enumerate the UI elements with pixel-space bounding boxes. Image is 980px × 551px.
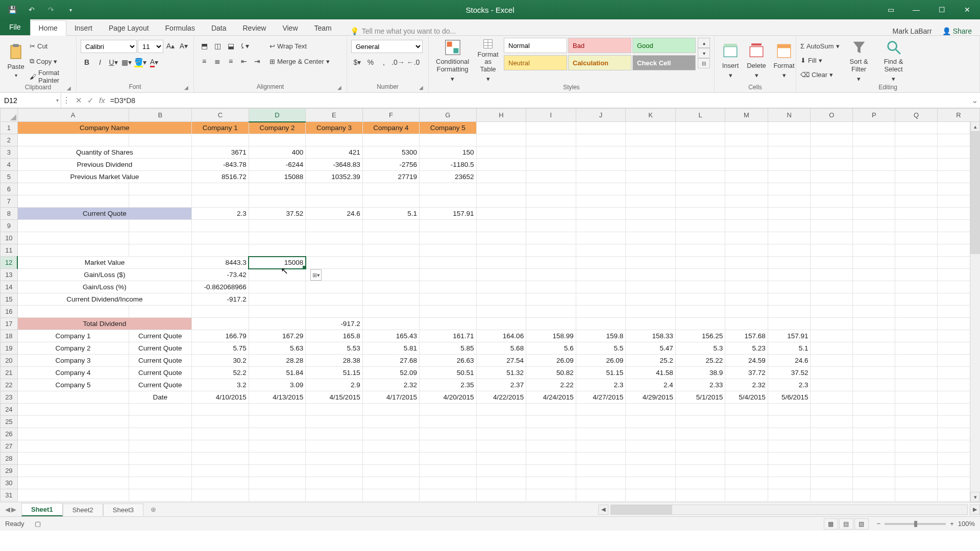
cell[interactable] bbox=[895, 355, 938, 367]
cell[interactable] bbox=[853, 281, 895, 293]
font-launcher-icon[interactable]: ◢ bbox=[184, 85, 188, 90]
cell[interactable] bbox=[576, 428, 626, 440]
grow-font-icon[interactable]: A▴ bbox=[164, 40, 177, 52]
chevron-down-icon[interactable]: ▾ bbox=[56, 97, 59, 103]
comma-format-icon[interactable]: , bbox=[378, 56, 390, 68]
cell[interactable]: -1180.5 bbox=[420, 159, 476, 171]
cell[interactable]: -3648.83 bbox=[306, 159, 362, 171]
cell[interactable]: Current Quote bbox=[129, 330, 192, 342]
cell[interactable] bbox=[768, 208, 811, 220]
cell[interactable] bbox=[853, 257, 895, 269]
cell[interactable] bbox=[768, 171, 811, 183]
row-header[interactable]: 11 bbox=[1, 244, 18, 257]
cell[interactable] bbox=[725, 404, 768, 416]
cell[interactable] bbox=[17, 404, 129, 416]
row-header[interactable]: 22 bbox=[1, 379, 18, 391]
cell[interactable] bbox=[526, 244, 576, 257]
cell[interactable] bbox=[306, 183, 362, 195]
cell[interactable]: 157.68 bbox=[725, 330, 768, 342]
cell[interactable] bbox=[768, 257, 811, 269]
cell[interactable]: 5.53 bbox=[306, 342, 362, 355]
cell[interactable] bbox=[576, 195, 626, 208]
cell[interactable] bbox=[853, 171, 895, 183]
row-header[interactable]: 21 bbox=[1, 367, 18, 379]
cell[interactable] bbox=[626, 146, 676, 159]
cell[interactable] bbox=[576, 171, 626, 183]
sheet-tab-3[interactable]: Sheet3 bbox=[103, 504, 143, 516]
cell[interactable] bbox=[420, 416, 476, 428]
cell[interactable]: 161.71 bbox=[420, 330, 476, 342]
ribbon-display-icon[interactable]: ▭ bbox=[878, 0, 903, 19]
cell[interactable] bbox=[476, 257, 526, 269]
cell[interactable]: 5.23 bbox=[725, 342, 768, 355]
cell[interactable] bbox=[576, 122, 626, 134]
find-select-button[interactable]: Find & Select▾ bbox=[878, 38, 909, 84]
cell[interactable] bbox=[895, 453, 938, 465]
cell[interactable] bbox=[675, 489, 725, 502]
cell[interactable] bbox=[811, 134, 853, 146]
tab-insert[interactable]: Insert bbox=[66, 21, 101, 35]
cell[interactable] bbox=[853, 269, 895, 281]
cut-button[interactable]: ✂Cut bbox=[30, 40, 72, 52]
paste-button[interactable]: Paste▾ bbox=[4, 38, 28, 84]
cell[interactable] bbox=[249, 306, 305, 318]
cell[interactable] bbox=[306, 453, 362, 465]
cell[interactable] bbox=[811, 489, 853, 502]
cell[interactable] bbox=[306, 244, 362, 257]
cell[interactable] bbox=[675, 134, 725, 146]
cell[interactable] bbox=[895, 465, 938, 477]
cell[interactable]: 4/24/2015 bbox=[526, 391, 576, 404]
cell[interactable] bbox=[129, 453, 192, 465]
cell[interactable] bbox=[895, 318, 938, 330]
delete-cells-button[interactable]: Delete▾ bbox=[744, 38, 769, 84]
cell[interactable] bbox=[811, 281, 853, 293]
cell[interactable] bbox=[811, 404, 853, 416]
cell[interactable] bbox=[420, 257, 476, 269]
cell[interactable]: 37.52 bbox=[249, 208, 305, 220]
cell[interactable] bbox=[420, 453, 476, 465]
cell[interactable] bbox=[853, 428, 895, 440]
col-header[interactable]: J bbox=[576, 109, 626, 122]
cell[interactable] bbox=[129, 306, 192, 318]
cell[interactable] bbox=[811, 293, 853, 306]
style-neutral[interactable]: Neutral bbox=[504, 55, 567, 70]
cell[interactable] bbox=[129, 404, 192, 416]
cell[interactable] bbox=[306, 404, 362, 416]
cell[interactable]: 51.15 bbox=[306, 367, 362, 379]
cell[interactable]: 5/6/2015 bbox=[768, 391, 811, 404]
row-header[interactable]: 7 bbox=[1, 195, 18, 208]
cell[interactable]: -843.78 bbox=[192, 159, 249, 171]
cell[interactable] bbox=[192, 195, 249, 208]
vertical-scrollbar[interactable]: ▴ ▾ bbox=[970, 121, 980, 502]
cell[interactable]: 4/15/2015 bbox=[306, 391, 362, 404]
cell[interactable] bbox=[675, 232, 725, 244]
cell[interactable] bbox=[725, 208, 768, 220]
cell[interactable] bbox=[811, 122, 853, 134]
cell[interactable]: Company 1 bbox=[17, 330, 129, 342]
cell[interactable] bbox=[476, 489, 526, 502]
cell[interactable] bbox=[17, 440, 129, 453]
cell[interactable] bbox=[249, 453, 305, 465]
cell[interactable] bbox=[420, 465, 476, 477]
cell[interactable]: 2.3 bbox=[576, 379, 626, 391]
autosum-button[interactable]: ΣAutoSum ▾ bbox=[800, 40, 840, 52]
sheet-nav-next-icon[interactable]: ▶ bbox=[11, 506, 16, 513]
cell[interactable]: Total Dividend bbox=[17, 318, 191, 330]
cell[interactable]: Company 1 bbox=[192, 122, 249, 134]
cell[interactable] bbox=[476, 220, 526, 232]
cell[interactable]: Company 3 bbox=[306, 122, 362, 134]
cell[interactable] bbox=[526, 489, 576, 502]
cell[interactable] bbox=[362, 134, 419, 146]
cell[interactable] bbox=[526, 183, 576, 195]
cell[interactable]: 2.33 bbox=[675, 379, 725, 391]
cell[interactable] bbox=[853, 232, 895, 244]
align-top-icon[interactable]: ⬒ bbox=[198, 40, 210, 52]
cell[interactable] bbox=[895, 330, 938, 342]
cell[interactable] bbox=[526, 453, 576, 465]
cell[interactable]: 5/4/2015 bbox=[725, 391, 768, 404]
cell[interactable]: 167.29 bbox=[249, 330, 305, 342]
cell[interactable]: 4/22/2015 bbox=[476, 391, 526, 404]
cell[interactable]: 164.06 bbox=[476, 330, 526, 342]
cell[interactable] bbox=[811, 440, 853, 453]
cell[interactable] bbox=[362, 195, 419, 208]
